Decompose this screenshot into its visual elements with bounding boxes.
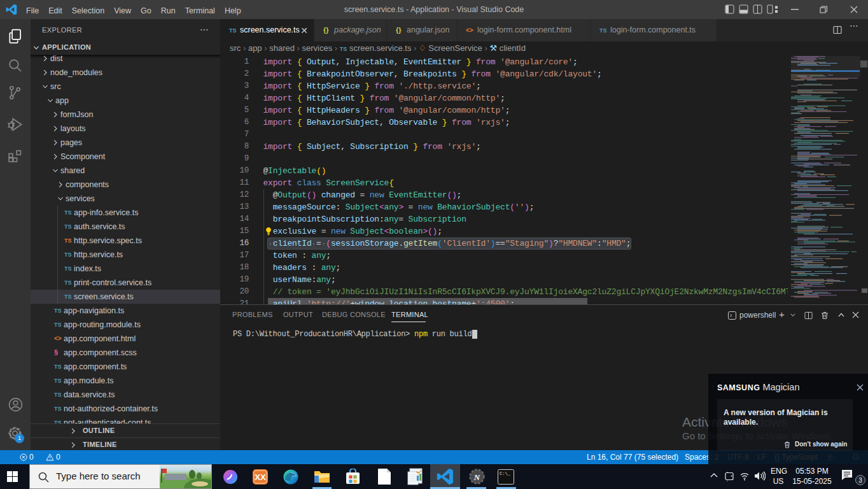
svg-text:C:\_: C:\_ [500,471,511,476]
svg-text:XX: XX [255,472,266,482]
svg-text:N: N [473,472,480,482]
